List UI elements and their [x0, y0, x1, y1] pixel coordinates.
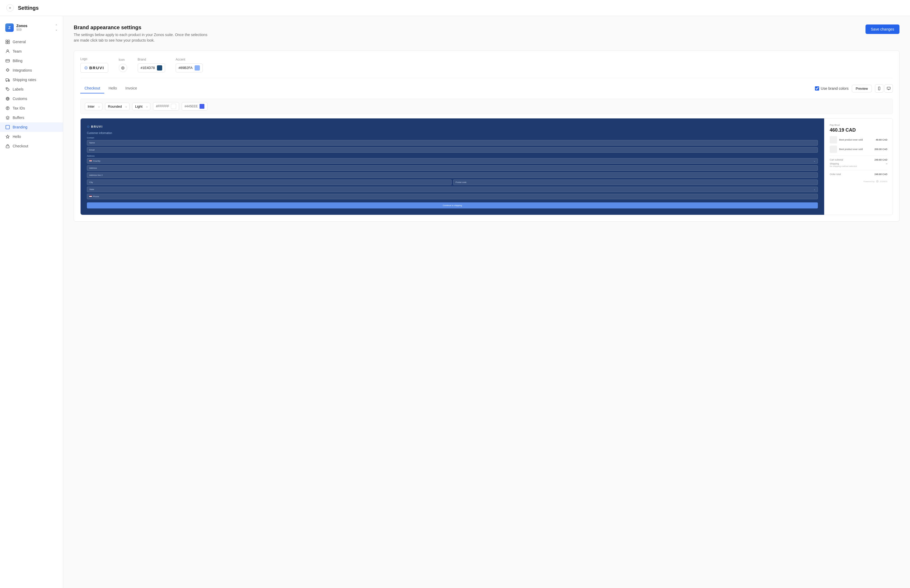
- brand-color-value: #1E4D78: [141, 66, 155, 70]
- preview-toolbar: Inter Rounded Light #FFFFFF: [80, 99, 893, 114]
- puzzle-icon: [5, 68, 10, 73]
- logo-text: BRUVI: [89, 66, 104, 70]
- zonos-logo-icon: [876, 180, 879, 183]
- brand-chevron[interactable]: ⌃⌄: [55, 24, 58, 31]
- nav-label-buffers: Buffers: [13, 116, 24, 120]
- sidebar-item-labels[interactable]: Labels: [0, 84, 63, 94]
- accent-color-box: [195, 65, 200, 71]
- address-input-preview: Address: [87, 165, 818, 171]
- nav-label-branding: Branding: [13, 125, 27, 129]
- state-placeholder: State: [89, 188, 94, 191]
- sidebar-item-buffers[interactable]: Buffers: [0, 113, 63, 123]
- sidebar-item-customs[interactable]: Customs: [0, 94, 63, 103]
- svg-marker-14: [6, 135, 9, 138]
- desktop-view-button[interactable]: [884, 84, 893, 93]
- sidebar-item-tax-ids[interactable]: Tax IDs: [0, 103, 63, 113]
- accent-color-swatch[interactable]: #89B2FA: [176, 63, 203, 73]
- item-thumb-1: [830, 136, 837, 144]
- view-toggle: [875, 84, 893, 93]
- cart-subtotal-value: 249.60 CAD: [874, 158, 887, 161]
- brand-card: Logo ⊙ BRUVI Icon ⊕ Brand #1E4D78: [74, 50, 899, 221]
- globe-icon: [5, 96, 10, 101]
- pay-amount: 460.19 CAD: [830, 128, 887, 133]
- white-color-input[interactable]: #FFFFFF: [153, 102, 179, 111]
- checkout-logo: ⊙ BRUVI: [87, 125, 818, 128]
- svg-rect-3: [8, 42, 10, 44]
- logo-display: ⊙ BRUVI: [80, 63, 108, 73]
- svg-point-8: [6, 81, 7, 82]
- icon-add-button[interactable]: ⊕: [119, 64, 127, 72]
- logo-group: Logo ⊙ BRUVI: [80, 57, 108, 73]
- country-chevron: ⌄: [814, 160, 815, 162]
- svg-point-10: [7, 89, 7, 89]
- divider-1: [830, 155, 887, 156]
- sidebar-item-hello[interactable]: Hello: [0, 132, 63, 141]
- shipping-note: No shipping method selected: [830, 165, 857, 167]
- checkout-inner: ⊙ BRUVI Customer information Contact Nam…: [81, 118, 892, 215]
- nav-label-integrations: Integrations: [13, 68, 32, 73]
- svg-rect-13: [6, 125, 10, 129]
- checkout-section-title: Customer information: [87, 132, 818, 134]
- preview-button[interactable]: Preview: [852, 85, 872, 92]
- main-content: Brand appearance settings The settings b…: [63, 16, 910, 588]
- powered-brand-label: ZONOS: [880, 180, 887, 183]
- country-select-preview: Country ⌄: [87, 158, 818, 164]
- postal-input-preview: Postal code: [453, 179, 818, 185]
- sidebar-item-shipping-rates[interactable]: Shipping rates: [0, 75, 63, 84]
- pay-label: Pay Bruvi: [830, 124, 887, 126]
- tab-checkout[interactable]: Checkout: [80, 84, 104, 94]
- dark-color-input[interactable]: #445EEE: [182, 102, 208, 111]
- shipping-value: –: [886, 162, 887, 167]
- phone-placeholder: Phone: [93, 195, 99, 198]
- svg-point-18: [876, 180, 879, 183]
- checkout-logo-icon: ⊙: [87, 125, 89, 128]
- sidebar-item-team[interactable]: Team: [0, 47, 63, 56]
- order-item-1: Best product ever sold 49.60 CAD: [830, 136, 887, 144]
- brand-name: Zonos: [16, 24, 55, 28]
- phone-flag-wrapper: Phone: [89, 195, 99, 198]
- dark-color-square: [199, 104, 205, 109]
- mobile-view-button[interactable]: [875, 84, 883, 93]
- powered-by: Powered by ZONOS: [830, 180, 887, 183]
- shipping-label-group: Shipping No shipping method selected: [830, 162, 857, 167]
- tab-hello[interactable]: Hello: [104, 84, 121, 94]
- sidebar-item-integrations[interactable]: Integrations: [0, 66, 63, 75]
- svg-rect-15: [6, 146, 9, 148]
- order-total-value: 249.60 CAD: [874, 173, 887, 176]
- sidebar-item-checkout[interactable]: Checkout: [0, 141, 63, 151]
- layers-icon: [5, 115, 10, 120]
- flag-icon: [89, 160, 92, 162]
- phone-flag-icon: [89, 195, 92, 197]
- shape-select[interactable]: Rounded: [105, 103, 129, 110]
- save-button[interactable]: Save changes: [865, 24, 899, 34]
- svg-point-4: [7, 50, 8, 51]
- brand-group: Brand #1E4D78: [138, 58, 165, 73]
- accent-group: Accent #89B2FA: [176, 58, 203, 73]
- mode-select[interactable]: Light: [132, 103, 150, 110]
- bag-icon: [5, 144, 10, 149]
- sidebar-item-general[interactable]: General: [0, 37, 63, 47]
- svg-rect-17: [887, 87, 890, 89]
- font-select[interactable]: Inter: [85, 103, 102, 110]
- order-item-2: Best product ever sold 200.00 CAD: [830, 145, 887, 153]
- flag-wrapper: Country: [89, 160, 100, 162]
- close-button[interactable]: ×: [6, 4, 14, 11]
- brush-icon: [5, 125, 10, 129]
- use-brand-checkbox[interactable]: [815, 86, 819, 90]
- use-brand-label[interactable]: Use brand colors: [815, 86, 849, 90]
- brand-color-swatch[interactable]: #1E4D78: [138, 63, 165, 73]
- sidebar-item-billing[interactable]: Billing: [0, 56, 63, 66]
- page-header-text: Brand appearance settings The settings b…: [74, 24, 211, 43]
- state-chevron: ⌄: [814, 188, 815, 191]
- tag-icon: [5, 87, 10, 92]
- city-input-preview: City: [87, 179, 452, 185]
- tab-invoice[interactable]: Invoice: [121, 84, 141, 94]
- avatar: Z: [5, 23, 14, 32]
- cta-button-preview[interactable]: Continue to shipping: [87, 202, 818, 208]
- dark-color-value: #445EEE: [184, 105, 198, 108]
- font-select-wrapper: Inter: [85, 103, 102, 110]
- svg-rect-16: [878, 87, 880, 90]
- hello-icon: [5, 134, 10, 139]
- sidebar-item-branding[interactable]: Branding: [0, 123, 63, 132]
- nav-label-checkout: Checkout: [13, 144, 28, 148]
